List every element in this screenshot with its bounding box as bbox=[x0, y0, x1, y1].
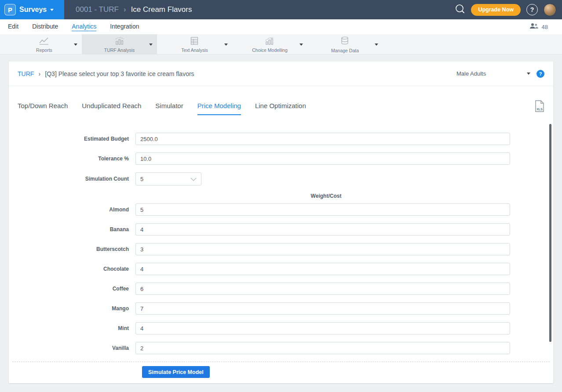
menu-item-analytics[interactable]: Analytics bbox=[72, 23, 96, 31]
text-analysis-dropdown-arrow[interactable] bbox=[224, 44, 228, 46]
help-button[interactable]: ? bbox=[526, 4, 538, 15]
submit-row: Simulate Price Model bbox=[142, 366, 553, 378]
mint-label: Mint bbox=[9, 325, 135, 331]
mango-weight-input[interactable] bbox=[135, 302, 510, 315]
dashed-divider bbox=[12, 362, 550, 362]
almond-label: Almond bbox=[9, 207, 135, 213]
panel-help-button[interactable]: ? bbox=[536, 70, 544, 78]
manage-data-dropdown-arrow[interactable] bbox=[375, 44, 378, 46]
coffee-label: Coffee bbox=[9, 286, 135, 292]
tab-line-optimization[interactable]: Line Optimization bbox=[255, 102, 306, 115]
tab-simulator[interactable]: Simulator bbox=[155, 102, 183, 115]
panel-header: TURF › [Q3] Please select your top 3 fav… bbox=[9, 62, 553, 86]
breadcrumb-survey-name: Ice Cream Flavors bbox=[131, 5, 192, 14]
xls-label: XLS bbox=[536, 107, 543, 110]
toolbar-group-manage-data: Manage Data bbox=[307, 34, 383, 54]
simulate-price-model-button[interactable]: Simulate Price Model bbox=[142, 366, 210, 378]
toolbar-item-turf-analysis[interactable]: TURF Analysis bbox=[104, 36, 135, 53]
chocolate-weight-input[interactable] bbox=[135, 263, 510, 275]
form-row: Chocolate bbox=[9, 263, 510, 275]
toolbar-item-text-analysis[interactable]: Text Analysis bbox=[181, 36, 208, 53]
form-row: Banana bbox=[9, 223, 510, 236]
menu-item-edit[interactable]: Edit bbox=[8, 23, 18, 31]
toolbar-label: Choice Modelling bbox=[252, 47, 288, 53]
line-chart-icon bbox=[39, 36, 49, 47]
topbar-actions: Upgrade Now ? bbox=[455, 4, 562, 16]
reports-dropdown-arrow[interactable] bbox=[74, 44, 77, 46]
bar-chart-icon bbox=[264, 36, 275, 47]
estimated-budget-label: Estimated Budget bbox=[9, 136, 135, 142]
simulation-count-select[interactable]: 5 bbox=[135, 172, 201, 185]
topbar: P Surveys 0001 - TURF › Ice Cream Flavor… bbox=[0, 0, 562, 19]
menubar: Edit Distribute Analytics Integration 48 bbox=[0, 19, 562, 34]
breadcrumb-survey-id[interactable]: 0001 - TURF bbox=[76, 5, 119, 14]
user-avatar[interactable] bbox=[544, 4, 556, 16]
form-row: Mint bbox=[9, 322, 510, 334]
breadcrumb: 0001 - TURF › Ice Cream Flavors bbox=[76, 5, 192, 14]
choice-modelling-dropdown-arrow[interactable] bbox=[299, 44, 303, 46]
tab-price-modeling[interactable]: Price Modeling bbox=[197, 102, 241, 115]
logo-letter: P bbox=[8, 6, 12, 14]
search-icon bbox=[455, 4, 465, 16]
toolbar-item-reports[interactable]: Reports bbox=[36, 36, 52, 53]
banana-weight-input[interactable] bbox=[135, 223, 510, 236]
form-row: Almond bbox=[9, 203, 510, 216]
bar-chart-icon bbox=[114, 36, 125, 47]
mint-weight-input[interactable] bbox=[135, 322, 510, 334]
respondent-counter[interactable]: 48 bbox=[529, 23, 554, 31]
simulation-count-value: 5 bbox=[140, 176, 143, 182]
toolbar-label: TURF Analysis bbox=[104, 47, 135, 53]
turf-panel: TURF › [Q3] Please select your top 3 fav… bbox=[9, 62, 553, 383]
analytics-toolbar: Reports TURF Analysis Text Analysis Choi… bbox=[0, 34, 562, 54]
chevron-down-icon bbox=[190, 176, 197, 182]
upgrade-button[interactable]: Upgrade Now bbox=[471, 4, 521, 16]
toolbar-item-manage-data[interactable]: Manage Data bbox=[331, 35, 359, 53]
tab-top-down-reach[interactable]: Top/Down Reach bbox=[18, 102, 68, 115]
questionpro-logo: P bbox=[4, 4, 16, 15]
banana-label: Banana bbox=[9, 226, 135, 232]
database-icon bbox=[340, 36, 350, 47]
panel-header-actions: Male Adults ? bbox=[456, 70, 544, 78]
menu-item-distribute[interactable]: Distribute bbox=[32, 23, 58, 31]
mango-label: Mango bbox=[9, 305, 135, 312]
tabs-row: Top/Down Reach Unduplicated Reach Simula… bbox=[9, 102, 553, 115]
segment-selector[interactable]: Male Adults bbox=[456, 70, 530, 77]
surveys-app-menu[interactable]: P Surveys bbox=[0, 0, 64, 19]
toolbar-label: Reports bbox=[36, 47, 52, 53]
export-xls-button[interactable]: XLS bbox=[535, 100, 544, 114]
search-button[interactable] bbox=[455, 4, 465, 16]
toolbar-item-choice-modelling[interactable]: Choice Modelling bbox=[252, 36, 288, 53]
estimated-budget-input[interactable] bbox=[135, 133, 510, 145]
toolbar-group-reports: Reports bbox=[7, 34, 82, 54]
chevron-right-icon: › bbox=[38, 70, 40, 77]
chocolate-label: Chocolate bbox=[9, 266, 135, 272]
butterscotch-label: Butterscotch bbox=[9, 246, 135, 252]
turf-breadcrumb-link[interactable]: TURF bbox=[18, 70, 34, 77]
almond-weight-input[interactable] bbox=[135, 203, 510, 216]
coffee-weight-input[interactable] bbox=[135, 283, 510, 295]
form-row: Vanilla bbox=[9, 342, 510, 354]
tabs: Top/Down Reach Unduplicated Reach Simula… bbox=[18, 102, 306, 115]
toolbar-group-turf-analysis: TURF Analysis bbox=[82, 34, 157, 54]
scrollbar-thumb[interactable] bbox=[549, 124, 551, 342]
toolbar-label: Manage Data bbox=[331, 48, 359, 53]
people-icon bbox=[529, 23, 538, 31]
tab-unduplicated-reach[interactable]: Unduplicated Reach bbox=[82, 102, 141, 115]
text-grid-icon bbox=[190, 36, 199, 47]
tolerance-label: Tolerance % bbox=[9, 156, 135, 162]
turf-analysis-dropdown-arrow[interactable] bbox=[149, 44, 153, 46]
vanilla-weight-input[interactable] bbox=[135, 342, 510, 354]
weight-cost-header: Weight/Cost bbox=[142, 193, 510, 199]
chevron-right-icon: › bbox=[124, 5, 126, 14]
butterscotch-weight-input[interactable] bbox=[135, 243, 510, 255]
form-row: Mango bbox=[9, 302, 510, 315]
chevron-down-icon bbox=[527, 73, 530, 75]
form-row: Coffee bbox=[9, 283, 510, 295]
toolbar-group-choice-modelling: Choice Modelling bbox=[232, 34, 307, 54]
question-title: [Q3] Please select your top 3 favorite i… bbox=[45, 70, 194, 77]
menu-item-integration[interactable]: Integration bbox=[110, 23, 139, 31]
app-menu-label: Surveys bbox=[19, 6, 47, 14]
question-mark-icon: ? bbox=[539, 71, 542, 76]
simulation-count-label: Simulation Count bbox=[9, 176, 135, 182]
tolerance-input[interactable] bbox=[135, 152, 510, 165]
